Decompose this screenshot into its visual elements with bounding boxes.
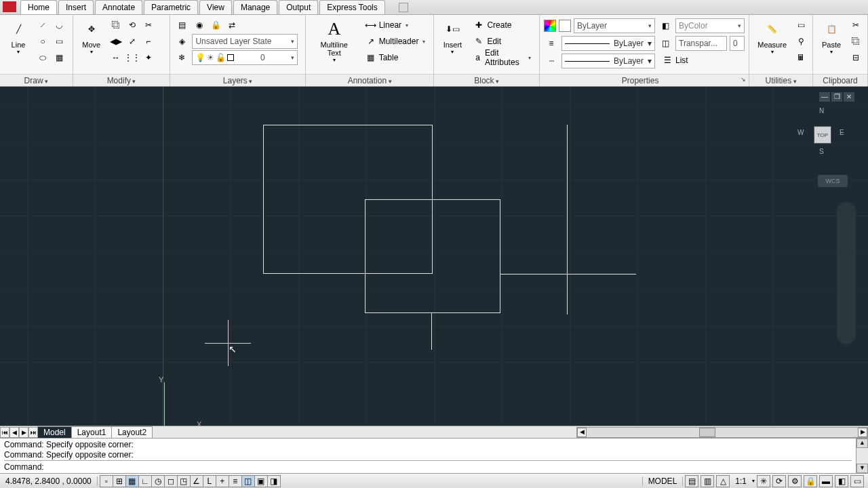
select-icon[interactable]: ▭ [793,18,808,33]
ws-icon[interactable]: ⚙ [788,475,802,487]
layer-current-combo[interactable]: 💡☀🔓 0▾ [192,50,298,65]
stretch-icon[interactable]: ↔ [108,50,123,65]
snap-toggle[interactable]: ⊞ [113,475,126,487]
space-toggle[interactable]: MODEL [642,476,684,486]
viewcube-n[interactable]: N [819,107,824,115]
tab-home[interactable]: Home [20,0,57,14]
scroll-up-icon[interactable]: ▲ [856,439,868,448]
hatch-icon[interactable]: ▦ [52,50,66,65]
hardware-icon[interactable]: ▬ [819,475,833,487]
annoscale-icon[interactable]: △ [716,475,730,487]
rectangle-icon[interactable]: ▭ [52,34,66,49]
viewcube-w[interactable]: W [797,129,804,136]
tab-insert[interactable]: Insert [58,0,94,14]
hscroll[interactable]: ◀ ▶ [576,427,868,438]
tab-next-icon[interactable]: ▶ [19,427,28,438]
scale-label[interactable]: 1:1 [732,476,749,486]
qselect-icon[interactable]: ⚲ [793,34,808,49]
edit-block-button[interactable]: ✎Edit [469,34,535,49]
viewcube-top[interactable]: TOP [814,126,831,144]
scroll-down-icon[interactable]: ▼ [856,464,868,473]
mleader-button[interactable]: ↗Multileader▾ [361,34,430,49]
osnap-toggle[interactable]: ◻ [164,475,178,487]
linetype-combo[interactable]: ByLayer▾ [561,54,655,68]
layer-props-icon[interactable]: ▤ [174,18,189,33]
layer-off-icon[interactable]: ◉ [192,18,207,33]
iso-icon[interactable]: ◧ [835,475,848,487]
coords-readout[interactable]: 4.8478, 2.8400 , 0.0000 [0,476,98,486]
ducs-toggle[interactable]: L [203,475,216,487]
layer-iso-icon[interactable]: ◈ [174,34,189,49]
match-icon[interactable]: ⊟ [848,50,863,65]
scroll-left-icon[interactable]: ◀ [577,428,587,437]
command-prompt[interactable]: Command: [4,462,44,472]
panel-clipboard[interactable]: Clipboard [813,74,867,86]
panel-layers[interactable]: Layers [170,74,305,86]
scroll-thumb[interactable] [699,428,715,437]
toolbar-lock-icon[interactable]: 🔒 [804,475,817,487]
line-button[interactable]: ╱ Line ▾ [4,18,33,56]
lwt-toggle[interactable]: ≡ [229,475,242,487]
quickview-d-icon[interactable]: ▥ [701,475,714,487]
canvas-restore-icon[interactable]: ❐ [831,92,842,102]
polyline-icon[interactable]: ⟋ [35,18,50,33]
trim-icon[interactable]: ✂ [141,18,156,33]
color-combo[interactable]: ByLayer▾ [574,18,655,33]
lineweight-icon[interactable]: ≡ [544,36,559,51]
edit-attr-button[interactable]: aEdit Attributes▾ [469,50,535,65]
insert-block-button[interactable]: ⬇▭ Insert ▾ [438,18,467,56]
tab-last-icon[interactable]: ⏭ [28,427,38,438]
calc-icon[interactable]: 🖩 [793,50,808,65]
ortho-toggle[interactable]: ∟ [138,475,152,487]
tab-layout1[interactable]: Layout1 [71,426,113,438]
tab-prev-icon[interactable]: ◀ [9,427,19,438]
layer-state-combo[interactable]: Unsaved Layer State▾ [192,34,298,49]
polar-toggle[interactable]: ◷ [151,475,165,487]
tab-parametric[interactable]: Parametric [144,0,198,14]
mirror-icon[interactable]: ◀▶ [108,34,123,49]
measure-button[interactable]: 📏 Measure ▾ [753,18,791,56]
panel-block[interactable]: Block [434,74,539,86]
circle-icon[interactable]: ○ [35,34,50,49]
layer-lock-icon[interactable]: 🔒 [208,18,223,33]
lineweight-combo[interactable]: ByLayer▾ [561,36,655,51]
transparency-field[interactable]: Transpar... [675,36,727,51]
tpy-toggle[interactable]: ◫ [241,475,255,487]
panel-draw[interactable]: Draw [0,74,73,86]
viewcube[interactable]: N S W E TOP [795,107,849,161]
list-button[interactable]: ☰List [658,53,745,68]
tab-first-icon[interactable]: ⏮ [0,427,9,438]
array-icon[interactable]: ⋮⋮ [125,50,140,65]
canvas-min-icon[interactable]: — [819,92,830,102]
panel-properties[interactable]: Properties ↘ [540,74,749,86]
panel-annotation[interactable]: Annotation [306,74,434,86]
clean-icon[interactable]: ▭ [850,475,864,487]
plotstyle-combo[interactable]: ByColor▾ [675,18,745,33]
grid-toggle[interactable]: ▦ [125,475,139,487]
layer-match-icon[interactable]: ⇄ [224,18,239,33]
panel-utilities[interactable]: Utilities [749,74,812,86]
tab-annotate[interactable]: Annotate [95,0,142,14]
layer-freeze-icon[interactable]: ❄ [174,50,189,65]
linear-dim-button[interactable]: ⟷Linear▾ [361,18,430,33]
tab-express[interactable]: Express Tools [319,0,384,14]
tab-layout2[interactable]: Layout2 [111,426,153,438]
panel-modify[interactable]: Modify [73,74,170,86]
annoauto-icon[interactable]: ⟳ [772,475,786,487]
arc-icon[interactable]: ◡ [52,18,66,33]
copy-icon[interactable]: ⿻ [108,18,123,33]
tab-output[interactable]: Output [279,0,318,14]
paste-button[interactable]: 📋 Paste ▾ [817,18,846,56]
color-wheel-icon[interactable] [544,20,556,32]
table-button[interactable]: ▦Table [361,50,430,65]
canvas-close-icon[interactable]: ✕ [844,92,854,102]
mtext-button[interactable]: A Multiline Text ▾ [310,18,359,64]
wcs-button[interactable]: WCS [818,175,848,187]
infer-toggle[interactable]: ▫ [100,475,113,487]
command-scrollbar[interactable]: ▲ ▼ [856,439,868,473]
tab-manage[interactable]: Manage [233,0,277,14]
otrack-toggle[interactable]: ∠ [190,475,203,487]
move-button[interactable]: ✥ Move ▾ [77,18,106,56]
dyn-toggle[interactable]: + [216,475,229,487]
annovis-icon[interactable]: ✳ [757,475,770,487]
